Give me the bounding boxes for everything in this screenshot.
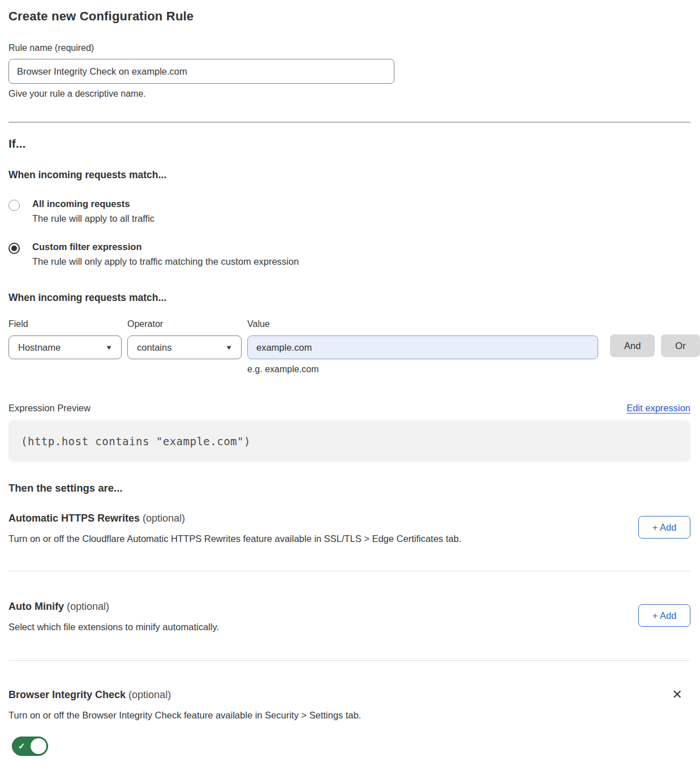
toggle-knob[interactable] <box>31 738 46 754</box>
and-button[interactable]: And <box>610 334 655 357</box>
setting-title: Auto Minify (optional) <box>8 601 219 613</box>
operator-label: Operator <box>127 319 242 329</box>
rule-name-label: Rule name (required) <box>8 43 690 53</box>
add-auto-minify-button[interactable]: + Add <box>638 604 690 627</box>
operator-select[interactable]: contains ▼ <box>127 335 242 359</box>
setting-title-text: Automatic HTTPS Rewrites <box>8 513 140 524</box>
setting-automatic-https-rewrites: Automatic HTTPS Rewrites (optional) Turn… <box>8 513 690 544</box>
field-label: Field <box>8 319 122 329</box>
value-label: Value <box>247 319 598 329</box>
field-select-value: Hostname <box>18 342 61 353</box>
radio-label: Custom filter expression <box>32 242 299 252</box>
setting-divider <box>8 571 690 571</box>
value-input[interactable] <box>247 335 598 359</box>
expression-builder-row: Field Hostname ▼ Operator contains ▼ Val… <box>8 319 690 375</box>
close-icon[interactable]: ✕ <box>669 689 686 700</box>
expression-preview-label: Expression Preview <box>8 403 91 414</box>
radio-all-incoming-requests[interactable]: All incoming requests The rule will appl… <box>8 199 690 224</box>
check-icon: ✓ <box>18 741 25 751</box>
setting-optional-tag: (optional) <box>67 601 109 612</box>
edit-expression-link[interactable]: Edit expression <box>626 403 690 414</box>
setting-auto-minify: Auto Minify (optional) Select which file… <box>8 601 690 632</box>
field-select[interactable]: Hostname ▼ <box>8 335 122 359</box>
radio-label: All incoming requests <box>32 199 154 209</box>
if-heading: If... <box>8 137 690 150</box>
browser-integrity-check-toggle[interactable]: ✓ <box>12 737 48 756</box>
chevron-down-icon: ▼ <box>225 344 233 351</box>
setting-optional-tag: (optional) <box>143 513 185 524</box>
radio-description: The rule will only apply to traffic matc… <box>32 256 299 267</box>
section-divider <box>8 122 690 123</box>
setting-description: Turn on or off the Cloudflare Automatic … <box>8 533 461 544</box>
create-configuration-rule-form: Create new Configuration Rule Rule name … <box>0 0 700 778</box>
or-button[interactable]: Or <box>661 334 699 357</box>
setting-title-text: Auto Minify <box>8 601 64 612</box>
radio-selected-icon[interactable] <box>8 243 20 254</box>
setting-description: Select which file extensions to minify a… <box>8 622 219 632</box>
operator-select-value: contains <box>137 342 171 353</box>
value-hint: e.g. example.com <box>247 364 598 375</box>
radio-unselected-icon[interactable] <box>8 200 20 211</box>
rule-name-input[interactable] <box>8 59 394 84</box>
expression-builder-heading: When incoming requests match... <box>8 292 690 304</box>
match-subheading: When incoming requests match... <box>8 169 690 181</box>
setting-title-text: Browser Integrity Check <box>8 689 126 700</box>
chevron-down-icon: ▼ <box>105 344 113 351</box>
setting-title: Automatic HTTPS Rewrites (optional) <box>8 513 461 524</box>
setting-divider <box>8 660 690 661</box>
add-automatic-https-rewrites-button[interactable]: + Add <box>638 516 690 539</box>
radio-description: The rule will apply to all traffic <box>32 213 154 224</box>
setting-description: Turn on or off the Browser Integrity Che… <box>8 710 690 721</box>
then-settings-heading: Then the settings are... <box>8 482 690 494</box>
setting-title: Browser Integrity Check (optional) <box>8 689 171 701</box>
setting-optional-tag: (optional) <box>128 689 171 700</box>
radio-custom-filter-expression[interactable]: Custom filter expression The rule will o… <box>8 242 690 267</box>
rule-name-help: Give your rule a descriptive name. <box>8 89 690 99</box>
expression-preview-code: (http.host contains "example.com") <box>8 420 690 462</box>
setting-browser-integrity-check: Browser Integrity Check (optional) ✕ Tur… <box>8 689 690 756</box>
page-title: Create new Configuration Rule <box>8 9 690 24</box>
